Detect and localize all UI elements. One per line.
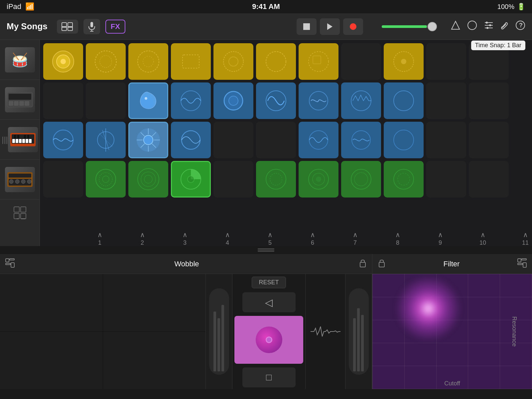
wobble-quadrant-br[interactable]: [103, 332, 206, 389]
col-num-3[interactable]: ∧ 3: [165, 231, 205, 246]
grid-cell-drums-1[interactable]: [43, 43, 83, 80]
grid-cell-synth-2[interactable]: [86, 161, 126, 198]
grid-cell-keyboard-11[interactable]: [469, 122, 509, 158]
grid-cell-synth-7[interactable]: [299, 161, 338, 198]
wobble-xy-pad[interactable]: [0, 274, 206, 389]
wobble-quadrant-tr[interactable]: [103, 274, 206, 332]
instrument-grid-button[interactable]: [0, 200, 40, 226]
reset-button[interactable]: RESET: [252, 277, 286, 288]
mic-button[interactable]: [83, 19, 100, 34]
volume-knob[interactable]: [428, 22, 437, 31]
svg-point-17: [486, 27, 488, 29]
grid-cell-sampler-10[interactable]: [426, 82, 466, 119]
filter-lock-icon[interactable]: [378, 258, 386, 270]
col-num-1[interactable]: ∧ 1: [80, 231, 120, 246]
wobble-slider-right[interactable]: [345, 274, 372, 389]
grid-cell-sampler-3[interactable]: [128, 82, 168, 119]
instrument-item-sampler[interactable]: [0, 80, 40, 120]
rewind-button[interactable]: ◁: [242, 292, 296, 312]
grid-cell-sampler-8[interactable]: [341, 82, 381, 119]
chat-icon[interactable]: [467, 20, 477, 33]
stop-playback-button[interactable]: □: [242, 367, 296, 387]
col-num-7[interactable]: ∧ 7: [335, 231, 375, 246]
drum-image: [5, 47, 35, 72]
grid-cell-drums-3[interactable]: [128, 43, 168, 80]
loop-button[interactable]: [57, 20, 78, 34]
grid-cell-synth-11[interactable]: [469, 161, 509, 198]
grid-cell-synth-4[interactable]: [171, 161, 211, 198]
wobble-stop-btn[interactable]: □: [232, 366, 305, 389]
col-num-10[interactable]: ∧ 10: [463, 231, 503, 246]
grid-cell-keyboard-7[interactable]: [299, 122, 338, 158]
slider-track-left[interactable]: [209, 288, 229, 375]
wobble-settings-icon[interactable]: [5, 258, 15, 270]
col-num-8[interactable]: ∧ 8: [378, 231, 418, 246]
grid-cell-drums-4[interactable]: [171, 43, 211, 80]
wobble-slider-left[interactable]: [206, 274, 232, 389]
wobble-reset-btn[interactable]: RESET: [232, 274, 305, 291]
wobble-quadrant-bl[interactable]: [0, 332, 103, 389]
grid-cell-synth-9[interactable]: [384, 161, 424, 198]
grid-cell-keyboard-10[interactable]: [426, 122, 466, 158]
grid-cell-keyboard-6[interactable]: [256, 122, 296, 158]
grid-cell-keyboard-2[interactable]: [86, 122, 126, 158]
grid-cell-synth-8[interactable]: [341, 161, 381, 198]
grid-cell-drums-7[interactable]: [299, 43, 338, 80]
svg-point-9: [350, 23, 356, 30]
svg-rect-47: [14, 213, 19, 219]
instrument-item-drums[interactable]: [0, 40, 40, 80]
grid-cell-keyboard-8[interactable]: [341, 122, 381, 158]
grid-cell-synth-5[interactable]: [213, 161, 253, 198]
grid-cell-keyboard-5[interactable]: [213, 122, 253, 158]
grid-cell-sampler-11[interactable]: [469, 82, 509, 119]
instrument-item-synth[interactable]: [0, 160, 40, 200]
col-num-9[interactable]: ∧ 9: [420, 231, 460, 246]
wobble-quadrant-tl[interactable]: [0, 274, 103, 332]
col-num-5[interactable]: ∧ 5: [250, 231, 290, 246]
collapse-handle[interactable]: |||: [2, 133, 8, 146]
wobble-lock-icon[interactable]: [359, 258, 367, 270]
col-num-4[interactable]: ∧ 4: [207, 231, 247, 246]
grid-cell-drums-10[interactable]: [426, 43, 466, 80]
grid-cell-sampler-4[interactable]: [171, 82, 211, 119]
mixer-icon[interactable]: [483, 21, 494, 32]
grid-cell-sampler-5[interactable]: [213, 82, 253, 119]
grid-cell-sampler-7[interactable]: [299, 82, 338, 119]
grid-cell-sampler-6[interactable]: [256, 82, 296, 119]
volume-bar[interactable]: [382, 25, 435, 28]
grid-cell-synth-1[interactable]: [43, 161, 83, 198]
instrument-item-keyboard[interactable]: |||: [0, 120, 40, 160]
grid-cell-sampler-1[interactable]: [43, 82, 83, 119]
filter-xy-pad[interactable]: Cutoff Resonance: [372, 274, 532, 389]
help-icon[interactable]: ?: [515, 20, 525, 33]
grid-cell-drums-5[interactable]: [213, 43, 253, 80]
grid-cell-sampler-2[interactable]: [86, 82, 126, 119]
grid-cell-synth-6[interactable]: [256, 161, 296, 198]
grid-cell-drums-8[interactable]: [341, 43, 381, 80]
grid-cell-drums-9[interactable]: [384, 43, 424, 80]
grid-cell-sampler-9[interactable]: [384, 82, 424, 119]
vinyl-disc[interactable]: [256, 327, 282, 353]
grid-cell-keyboard-4[interactable]: [171, 122, 211, 158]
grid-cell-synth-10[interactable]: [426, 161, 466, 198]
grid-cell-keyboard-3[interactable]: [128, 122, 168, 158]
grid-cell-drums-2[interactable]: [86, 43, 126, 80]
record-button[interactable]: [343, 18, 363, 35]
fx-button[interactable]: FX: [105, 20, 125, 34]
grid-cell-keyboard-9[interactable]: [384, 122, 424, 158]
tuner-icon[interactable]: [450, 20, 461, 33]
col-num-6[interactable]: ∧ 6: [293, 231, 332, 246]
wobble-rewind-btn[interactable]: ◁: [232, 291, 305, 314]
filter-settings-icon[interactable]: [517, 258, 527, 270]
panel-handle[interactable]: [0, 246, 532, 254]
slider-track-right[interactable]: [349, 288, 369, 375]
play-button[interactable]: [320, 18, 340, 35]
stop-button[interactable]: [297, 18, 317, 35]
col-num-11[interactable]: ∧ 11: [505, 231, 532, 246]
wrench-icon[interactable]: [500, 21, 509, 32]
grid-cell-drums-6[interactable]: [256, 43, 296, 80]
col-num-2[interactable]: ∧ 2: [122, 231, 162, 246]
grid-cell-keyboard-1[interactable]: [43, 122, 83, 158]
grid-cell-synth-3[interactable]: [128, 161, 168, 198]
vinyl-area[interactable]: [234, 316, 303, 364]
